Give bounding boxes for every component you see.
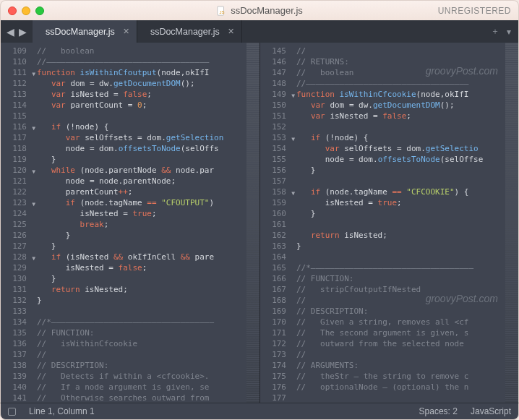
line-number[interactable]: 113: [1, 89, 37, 100]
line-number[interactable]: 115: [1, 111, 37, 121]
line-number[interactable]: 132: [1, 295, 37, 306]
code-line[interactable]: function isWithinCfoutput(node,okIfI: [37, 67, 246, 78]
code-line[interactable]: // FUNCTION:: [296, 273, 505, 284]
code-line[interactable]: }: [296, 208, 505, 219]
line-number[interactable]: 135: [1, 327, 37, 338]
code-line[interactable]: [296, 219, 505, 230]
editor-pane-right[interactable]: 145146147148149▼150151152153▼15415515615…: [260, 43, 518, 403]
code-line[interactable]: var selOffsets = dom.getSelectio: [296, 143, 505, 154]
line-number[interactable]: 137: [1, 349, 37, 360]
code-line[interactable]: if (!node) {: [296, 132, 505, 143]
code-line[interactable]: //––––––––––––––––––––––––––––––––––: [37, 56, 246, 67]
code-line[interactable]: var selOffsets = dom.getSelection: [37, 132, 246, 143]
line-number[interactable]: 139: [1, 371, 37, 382]
code-line[interactable]: node = dom.offsetsToNode(selOffse: [296, 154, 505, 165]
tab-close-icon[interactable]: ✕: [228, 27, 234, 36]
line-number[interactable]: 160: [260, 208, 296, 219]
cursor-position[interactable]: Line 1, Column 1: [29, 406, 95, 416]
line-number[interactable]: 112: [1, 78, 37, 89]
code-line[interactable]: [37, 111, 246, 121]
code-line[interactable]: node = dom.offsetsToNode(selOffs: [37, 143, 246, 154]
line-number[interactable]: 122: [1, 187, 37, 197]
line-number[interactable]: 169: [260, 306, 296, 317]
line-number[interactable]: 134: [1, 317, 37, 327]
line-number[interactable]: 153▼: [260, 132, 296, 143]
code-line[interactable]: }: [296, 241, 505, 252]
line-number[interactable]: 128▼: [1, 252, 37, 262]
code-line[interactable]: if (!node) {: [37, 121, 246, 132]
line-number[interactable]: 165: [260, 262, 296, 273]
code-line[interactable]: //*––––––––––––––––––––––––––––––––––: [296, 262, 505, 273]
line-number[interactable]: 131: [1, 284, 37, 295]
code-line[interactable]: }: [37, 230, 246, 241]
code-line[interactable]: // DESCRIPTION:: [296, 306, 505, 317]
line-number[interactable]: 133: [1, 306, 37, 317]
line-number[interactable]: 145: [260, 46, 296, 56]
line-number[interactable]: 162: [260, 230, 296, 241]
line-number[interactable]: 167: [260, 284, 296, 295]
code-line[interactable]: //––––––––––––––––––––––––––––––––––: [296, 78, 505, 89]
line-number[interactable]: 125: [1, 219, 37, 230]
line-number[interactable]: 138: [1, 360, 37, 371]
code-line[interactable]: //: [296, 295, 505, 306]
code-line[interactable]: }: [296, 165, 505, 176]
close-window-button[interactable]: [8, 7, 17, 15]
line-number[interactable]: 129: [1, 262, 37, 273]
line-number[interactable]: 175: [260, 371, 296, 382]
code-line[interactable]: node = node.parentNode;: [37, 176, 246, 187]
code-line[interactable]: if (isNested && okIfInCell && pare: [37, 252, 246, 262]
line-number[interactable]: 170: [260, 317, 296, 327]
tab-menu-icon[interactable]: ▾: [507, 27, 511, 37]
line-number[interactable]: 166: [260, 273, 296, 284]
line-number[interactable]: 173: [260, 349, 296, 360]
code-line[interactable]: var dom = dw.getDocumentDOM();: [37, 78, 246, 89]
code-line[interactable]: // isWithinCfcookie: [37, 338, 246, 349]
line-number[interactable]: 109: [1, 46, 37, 56]
code-line[interactable]: [296, 393, 505, 403]
code-right[interactable]: //// RETURNS:// boolean//–––––––––––––––…: [296, 43, 505, 403]
line-number[interactable]: 150: [260, 100, 296, 111]
code-line[interactable]: return isNested;: [296, 230, 505, 241]
code-line[interactable]: // If a node argument is given, se: [37, 382, 246, 393]
line-number[interactable]: 148: [260, 78, 296, 89]
code-line[interactable]: // Given a string, removes all <cf: [296, 317, 505, 327]
line-number[interactable]: 174: [260, 360, 296, 371]
line-number[interactable]: 140: [1, 382, 37, 393]
line-number[interactable]: 114: [1, 100, 37, 111]
code-line[interactable]: var parentCount = 0;: [37, 100, 246, 111]
code-line[interactable]: // Detects if within a <cfcookie>.: [37, 371, 246, 382]
line-number[interactable]: 136: [1, 338, 37, 349]
line-number[interactable]: 159: [260, 197, 296, 208]
line-number[interactable]: 152: [260, 121, 296, 132]
code-line[interactable]: }: [37, 295, 246, 306]
minimize-window-button[interactable]: [22, 7, 30, 15]
code-line[interactable]: }: [37, 154, 246, 165]
line-number[interactable]: 151: [260, 111, 296, 121]
line-number[interactable]: 163: [260, 241, 296, 252]
code-line[interactable]: while (node.parentNode && node.par: [37, 165, 246, 176]
line-number[interactable]: 120▼: [1, 165, 37, 176]
code-line[interactable]: [296, 176, 505, 187]
line-number[interactable]: 126: [1, 230, 37, 241]
code-line[interactable]: var isNested = false;: [37, 89, 246, 100]
new-tab-icon[interactable]: ＋: [491, 25, 499, 38]
code-line[interactable]: parentCount++;: [37, 187, 246, 197]
code-line[interactable]: isNested = false;: [37, 262, 246, 273]
line-number[interactable]: 155: [260, 154, 296, 165]
minimap-left[interactable]: [246, 43, 260, 403]
line-number[interactable]: 116▼: [1, 121, 37, 132]
editor-pane-left[interactable]: 109110111▼112113114115116▼117118119120▼1…: [1, 43, 260, 403]
language-mode[interactable]: JavaScript: [471, 406, 511, 416]
line-number[interactable]: 124: [1, 208, 37, 219]
code-line[interactable]: var isNested = false;: [296, 111, 505, 121]
code-line[interactable]: // optionalNode – (optional) the n: [296, 382, 505, 393]
code-left[interactable]: // boolean//––––––––––––––––––––––––––––…: [37, 43, 246, 403]
line-number[interactable]: 111▼: [1, 67, 37, 78]
code-line[interactable]: // stripCfoutputIfNested: [296, 284, 505, 295]
line-number[interactable]: 149▼: [260, 89, 296, 100]
line-number[interactable]: 161: [260, 219, 296, 230]
line-number[interactable]: 171: [260, 327, 296, 338]
code-line[interactable]: // ARGUMENTS:: [296, 360, 505, 371]
line-number[interactable]: 147: [260, 67, 296, 78]
line-number[interactable]: 119: [1, 154, 37, 165]
